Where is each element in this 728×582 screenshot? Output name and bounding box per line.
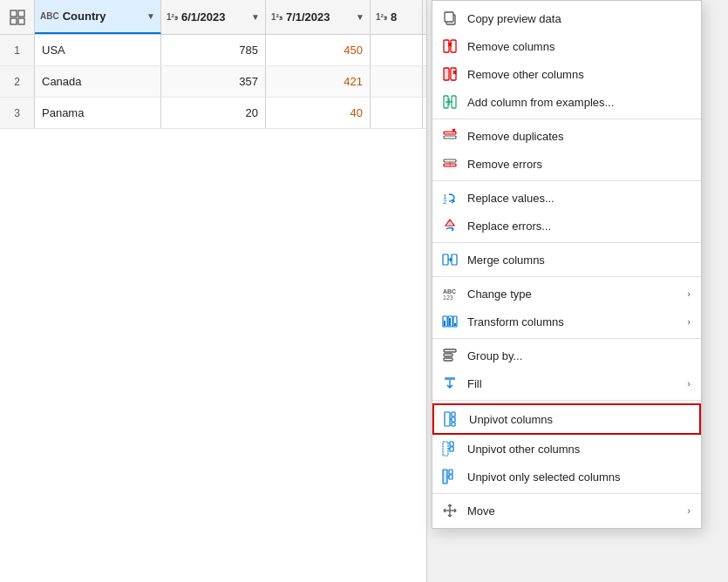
svg-rect-19 — [444, 136, 456, 139]
merge-icon — [441, 251, 459, 268]
svg-text:!: ! — [449, 160, 451, 168]
menu-divider — [432, 180, 701, 181]
svg-rect-42 — [445, 377, 455, 380]
menu-item-change-type[interactable]: ABC123Change type› — [432, 280, 701, 308]
cell-val2-2: 421 — [266, 66, 371, 97]
menu-item-fill[interactable]: Fill› — [432, 369, 701, 397]
menu-item-move[interactable]: Move› — [432, 497, 701, 524]
svg-rect-5 — [445, 12, 453, 22]
menu-item-merge-columns[interactable]: Merge columns — [432, 246, 701, 274]
menu-item-arrow-change-type: › — [687, 288, 691, 299]
country-col-label: Country — [63, 10, 141, 23]
menu-divider — [432, 118, 701, 119]
menu-item-replace-errors[interactable]: !Replace errors... — [432, 212, 701, 240]
date3-col-label: 8 — [391, 10, 417, 24]
menu-item-remove-other-columns[interactable]: Remove other columns — [432, 60, 701, 88]
remove-dup-icon — [441, 127, 459, 145]
svg-rect-44 — [445, 412, 450, 426]
menu-item-remove-duplicates[interactable]: Remove duplicates — [432, 122, 701, 150]
table-row: 1 USA 785 450 — [0, 35, 426, 66]
cell-val2-1: 450 — [266, 35, 371, 65]
row-num-1: 1 — [0, 35, 35, 65]
menu-item-label-replace-errors: Replace errors... — [467, 220, 691, 233]
cell-val1-2: 357 — [161, 66, 266, 97]
svg-rect-40 — [444, 354, 452, 356]
menu-item-arrow-transform-columns: › — [687, 316, 691, 327]
svg-rect-0 — [10, 10, 17, 17]
remove-other-icon — [441, 65, 459, 83]
col-header-date2[interactable]: 1²₃ 7/1/2023 ▼ — [266, 0, 371, 34]
menu-item-label-replace-values: Replace values... — [467, 192, 691, 205]
menu-item-label-merge-columns: Merge columns — [467, 254, 691, 267]
copy-icon — [441, 10, 459, 27]
date2-type-icon: 1²₃ — [271, 12, 282, 22]
menu-item-unpivot-other-columns[interactable]: Unpivot other columns — [432, 435, 701, 463]
move-icon — [441, 502, 459, 519]
svg-rect-1 — [18, 10, 24, 17]
col-header-date3[interactable]: 1²₃ 8 — [371, 0, 423, 34]
menu-item-unpivot-columns[interactable]: Unpivot columns — [432, 403, 701, 435]
menu-item-label-move: Move — [467, 504, 678, 518]
svg-rect-10 — [444, 68, 449, 80]
svg-rect-45 — [452, 412, 455, 416]
date1-col-dropdown-icon[interactable]: ▼ — [251, 12, 260, 22]
remove-err-icon: ! — [441, 155, 459, 173]
col-header-date1[interactable]: 1²₃ 6/1/2023 ▼ — [161, 0, 266, 34]
table-row: 2 Canada 357 421 — [0, 66, 426, 98]
menu-item-label-remove-errors: Remove errors — [467, 158, 691, 171]
svg-rect-18 — [444, 132, 456, 134]
unpivot-other-icon — [441, 440, 459, 457]
menu-divider — [432, 242, 701, 243]
svg-rect-51 — [450, 447, 453, 451]
svg-rect-55 — [449, 475, 452, 479]
group-icon — [441, 347, 459, 364]
country-col-dropdown-icon[interactable]: ▼ — [146, 11, 155, 21]
replace-err-icon: ! — [441, 217, 459, 234]
menu-item-remove-errors[interactable]: !Remove errors — [432, 150, 701, 178]
menu-item-label-unpivot-only-selected: Unpivot only selected columns — [467, 470, 691, 484]
cell-country-2: Canada — [35, 66, 161, 97]
menu-item-label-unpivot-other-columns: Unpivot other columns — [467, 443, 691, 456]
change-type-icon: ABC123 — [441, 285, 459, 302]
col-header-country[interactable]: ABC Country ▼ — [35, 0, 161, 34]
menu-item-unpivot-only-selected[interactable]: Unpivot only selected columns — [432, 463, 701, 491]
svg-text:123: 123 — [443, 294, 453, 301]
cell-val1-1: 785 — [161, 35, 266, 65]
transform-icon — [441, 313, 459, 330]
svg-rect-41 — [444, 358, 452, 361]
menu-divider — [432, 400, 701, 401]
svg-rect-28 — [443, 254, 448, 265]
context-menu: Copy preview dataRemove columnsRemove ot… — [432, 0, 702, 529]
menu-item-copy-preview[interactable]: Copy preview data — [432, 4, 701, 32]
menu-item-add-column-examples[interactable]: Add column from examples... — [432, 88, 701, 116]
svg-rect-50 — [450, 442, 453, 446]
row-number-header — [0, 0, 35, 34]
cell-val1-3: 20 — [161, 98, 266, 128]
menu-item-replace-values[interactable]: 12Replace values... — [432, 184, 701, 212]
date2-col-dropdown-icon[interactable]: ▼ — [356, 12, 364, 22]
svg-rect-39 — [444, 349, 456, 352]
menu-item-remove-columns[interactable]: Remove columns — [432, 32, 701, 60]
svg-rect-47 — [452, 423, 455, 426]
remove-col-icon — [441, 37, 459, 55]
menu-divider — [432, 338, 701, 339]
menu-item-label-remove-duplicates: Remove duplicates — [467, 130, 691, 143]
menu-item-label-transform-columns: Transform columns — [467, 315, 678, 328]
menu-item-label-fill: Fill — [467, 377, 678, 390]
cell-country-3: Panama — [35, 98, 161, 128]
date1-col-label: 6/1/2023 — [181, 10, 246, 24]
date1-type-icon: 1²₃ — [167, 12, 178, 22]
menu-item-transform-columns[interactable]: Transform columns› — [432, 308, 701, 335]
table-row: 3 Panama 20 40 — [0, 98, 426, 129]
menu-item-label-unpivot-columns: Unpivot columns — [469, 413, 689, 426]
row-num-2: 2 — [0, 66, 35, 97]
row-num-3: 3 — [0, 98, 35, 128]
add-col-icon — [441, 93, 459, 111]
menu-item-arrow-fill: › — [687, 378, 691, 389]
menu-item-arrow-move: › — [687, 505, 691, 516]
table-header: ABC Country ▼ 1²₃ 6/1/2023 ▼ 1²₃ 7/1/202… — [0, 0, 426, 35]
svg-rect-54 — [449, 470, 452, 474]
svg-text:2: 2 — [443, 198, 447, 206]
menu-item-group-by[interactable]: Group by... — [432, 342, 701, 369]
svg-text:!: ! — [449, 220, 451, 227]
